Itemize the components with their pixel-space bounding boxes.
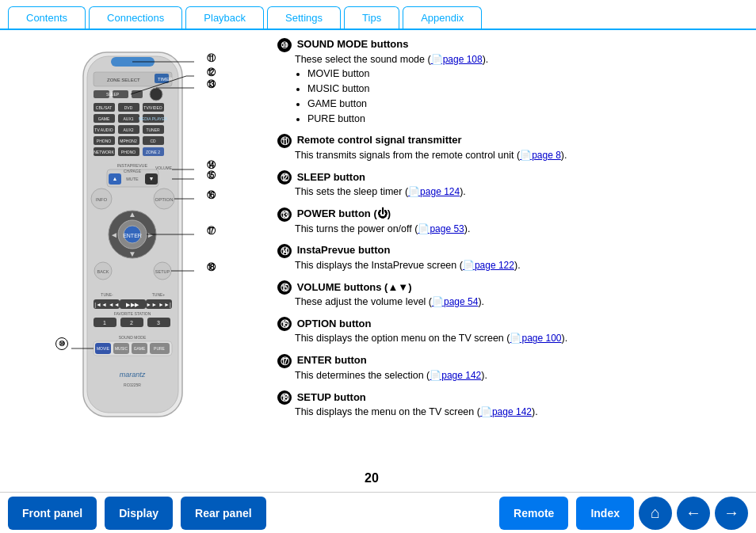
front-panel-button[interactable]: Front panel (8, 497, 97, 530)
svg-text:PURE: PURE (154, 346, 166, 351)
svg-text:TV AUDIO: TV AUDIO (94, 128, 113, 132)
svg-text:GAME: GAME (134, 346, 146, 351)
back-button[interactable]: ← (677, 497, 710, 530)
section-enter: ⑰ ENTER button This determines the selec… (277, 352, 748, 383)
svg-text:ZONE SELECT: ZONE SELECT (107, 78, 140, 82)
back-icon: ← (685, 504, 701, 522)
section-power: ⑬ POWER button (⏻) This turns the power … (277, 206, 748, 236)
svg-text:TUNER: TUNER (146, 128, 160, 132)
section-option: ⑯ OPTION button This displays the option… (277, 316, 748, 346)
svg-text:CD: CD (150, 139, 156, 143)
svg-text:ENTER: ENTER (123, 233, 142, 238)
svg-text:►: ► (147, 230, 155, 239)
svg-text:FAVORITE STATION: FAVORITE STATION (114, 311, 151, 316)
callout-12: ⑫ (207, 67, 216, 78)
svg-point-10 (150, 88, 162, 101)
svg-text:MPHON2: MPHON2 (120, 139, 137, 143)
section-instaprevue: ⑭ InstaPrevue button This displays the I… (277, 242, 748, 272)
svg-text:MUSIC: MUSIC (115, 346, 128, 351)
svg-text:TV/VIDEO: TV/VIDEO (143, 105, 162, 110)
tab-playback[interactable]: Playback (185, 6, 264, 29)
svg-text:VOLUME: VOLUME (155, 166, 173, 170)
svg-text:►► ►►|: ►► ►►| (146, 302, 171, 308)
svg-text:TUNE+: TUNE+ (152, 292, 166, 297)
section-sound-mode: ⑩ SOUND MODE buttons These select the so… (277, 36, 748, 126)
svg-text:BACK: BACK (97, 269, 109, 274)
section-volume: ⑮ VOLUME buttons (▲▼) These adjust the v… (277, 280, 748, 310)
tab-tips[interactable]: Tips (344, 6, 399, 29)
page-number: 20 (365, 471, 379, 485)
svg-text:PHONO: PHONO (97, 139, 111, 143)
svg-text:AUX2: AUX2 (123, 128, 133, 132)
home-button[interactable]: ⌂ (639, 497, 672, 530)
main-content: ZONE SELECT TIMER SLEEP CBL/SAT DVD (0, 30, 756, 492)
svg-text:2: 2 (130, 320, 133, 326)
tab-appendix[interactable]: Appendix (403, 6, 482, 29)
svg-text:INFO: INFO (96, 197, 108, 202)
svg-text:▼: ▼ (149, 176, 155, 181)
home-icon: ⌂ (651, 504, 660, 522)
callout-17: ⑰ (207, 225, 216, 237)
callout-16: ⑯ (207, 189, 216, 201)
svg-text:▲: ▲ (128, 210, 136, 219)
svg-text:RC0225R: RC0225R (124, 383, 141, 387)
svg-text:MOVIE: MOVIE (97, 346, 110, 351)
svg-text:1: 1 (103, 320, 106, 326)
svg-text:marantz: marantz (120, 371, 146, 379)
callout-15: ⑮ (207, 169, 216, 181)
svg-text:SOUND MODE: SOUND MODE (119, 335, 147, 340)
svg-text:AUX1: AUX1 (123, 116, 133, 121)
svg-text:▼: ▼ (128, 249, 136, 258)
svg-text:MUTE: MUTE (126, 177, 139, 181)
remote-image-area: ZONE SELECT TIMER SLEEP CBL/SAT DVD (8, 36, 262, 489)
svg-text:|◄◄ ◄◄: |◄◄ ◄◄ (94, 302, 119, 308)
svg-text:PHONO: PHONO (121, 150, 136, 154)
svg-text:DVD: DVD (124, 105, 133, 110)
svg-text:SLEEP: SLEEP (106, 92, 120, 97)
svg-text:OPTION: OPTION (155, 197, 173, 202)
svg-text:CBL/SAT: CBL/SAT (96, 105, 112, 110)
tab-contents[interactable]: Contents (8, 6, 86, 29)
svg-text:NETWORK: NETWORK (94, 150, 114, 154)
callout-10: ⑩ (55, 337, 68, 350)
tab-connections[interactable]: Connections (89, 6, 182, 29)
callout-11: ⑪ (207, 52, 216, 64)
index-button[interactable]: Index (576, 497, 634, 530)
section-sleep: ⑫ SLEEP button This sets the sleep timer… (277, 169, 748, 200)
svg-text:GAME: GAME (98, 116, 110, 121)
remote-button[interactable]: Remote (499, 497, 568, 530)
svg-text:SETUP: SETUP (155, 269, 170, 274)
callout-13: ⑬ (207, 78, 216, 90)
rear-panel-button[interactable]: Rear panel (181, 497, 266, 530)
svg-text:▶ ▶▶: ▶ ▶▶ (126, 302, 140, 307)
svg-text:CH/PAGE: CH/PAGE (124, 169, 142, 173)
section-setup: ⑱ SETUP button This displays the menu on… (277, 390, 748, 420)
text-descriptions: ⑩ SOUND MODE buttons These select the so… (262, 36, 748, 489)
svg-text:3: 3 (157, 320, 160, 326)
svg-text:TUNE-: TUNE- (101, 292, 113, 297)
forward-button[interactable]: → (715, 497, 748, 530)
svg-text:INSTAPREVUE: INSTAPREVUE (117, 163, 148, 168)
svg-rect-9 (132, 90, 143, 98)
svg-text:▲: ▲ (113, 176, 118, 181)
section-signal-transmitter: ⑪ Remote control signal transmitter This… (277, 132, 748, 162)
top-navigation: Contents Connections Playback Settings T… (0, 0, 756, 30)
svg-text:MEDIA PLAYER: MEDIA PLAYER (139, 116, 168, 121)
svg-text:◄: ◄ (110, 230, 118, 239)
display-button[interactable]: Display (105, 497, 173, 530)
svg-text:ZONE 2: ZONE 2 (146, 150, 160, 154)
remote-svg: ZONE SELECT TIMER SLEEP CBL/SAT DVD (63, 44, 206, 435)
tab-settings[interactable]: Settings (267, 6, 341, 29)
bottom-navigation: Front panel Display Rear panel Remote In… (0, 492, 756, 533)
forward-icon: → (724, 504, 739, 522)
callout-18: ⑱ (207, 261, 216, 273)
